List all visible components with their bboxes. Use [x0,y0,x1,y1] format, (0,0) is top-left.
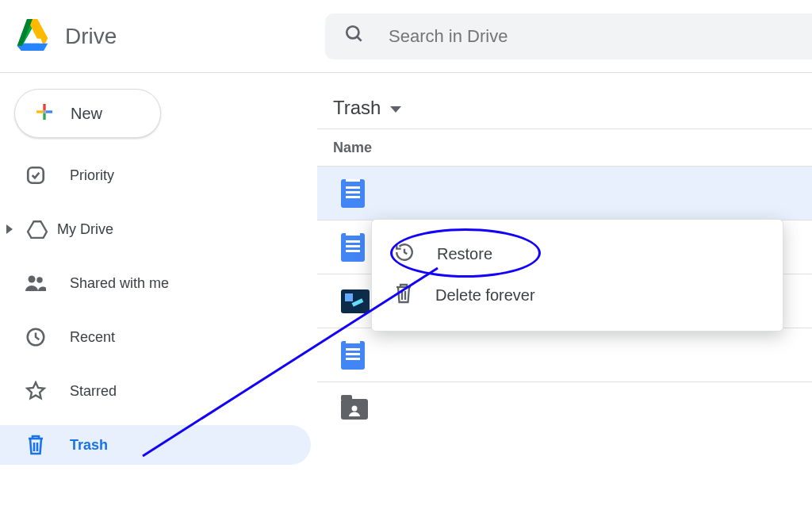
expand-triangle-icon[interactable] [6,224,13,234]
image-thumbnail-icon [341,289,370,313]
breadcrumb[interactable]: Trash [317,87,812,128]
file-row[interactable] [317,167,812,220]
sidebar-item-trash[interactable]: Trash [0,425,311,465]
file-row[interactable] [317,382,812,436]
nav-list: Priority My Drive Shared w [0,155,317,465]
file-row[interactable] [317,328,812,382]
trash-icon [24,434,48,456]
app-header: Drive [0,0,812,73]
check-square-icon [24,165,48,186]
plus-icon [33,100,56,128]
brand[interactable]: Drive [0,19,325,54]
people-icon [24,274,48,292]
drive-triangle-icon [25,220,49,239]
sidebar-item-label: My Drive [57,221,113,238]
svg-rect-5 [36,110,43,113]
sidebar-item-label: Recent [70,329,115,346]
chevron-down-icon[interactable] [390,106,401,113]
svg-point-9 [36,277,42,282]
new-button[interactable]: New [14,89,161,138]
context-menu-label: Delete forever [435,286,535,305]
search-input[interactable] [387,25,812,48]
svg-point-15 [352,406,358,412]
docs-file-icon [341,179,365,208]
sidebar-item-label: Trash [70,437,108,454]
search-bar[interactable] [325,13,812,59]
shared-folder-icon [341,399,368,420]
star-icon [24,381,48,401]
breadcrumb-title: Trash [333,97,381,119]
sidebar-item-label: Starred [70,383,117,400]
svg-rect-6 [43,110,45,113]
docs-file-icon [341,233,365,262]
docs-file-icon [341,341,365,370]
svg-rect-2 [43,104,45,110]
main-area: Trash Name pointers.jpg [317,73,812,506]
sidebar-item-my-drive[interactable]: My Drive [0,209,311,249]
column-header-name[interactable]: Name [317,128,812,167]
svg-point-0 [347,26,358,38]
sidebar-item-label: Priority [70,167,114,184]
svg-rect-4 [43,113,45,119]
trash-icon [394,282,413,309]
drive-logo-icon [14,19,51,54]
sidebar-item-recent[interactable]: Recent [0,317,311,357]
clock-icon [24,327,48,347]
brand-title: Drive [65,24,117,49]
annotation-ellipse [390,228,541,278]
context-menu-delete-forever[interactable]: Delete forever [372,274,783,316]
sidebar: New Priority My Drive [0,73,317,506]
search-icon [344,24,365,49]
svg-line-1 [357,36,361,40]
svg-rect-3 [46,110,52,113]
svg-point-8 [29,276,36,283]
new-button-label: New [71,105,102,123]
sidebar-item-starred[interactable]: Starred [0,371,311,411]
sidebar-item-label: Shared with me [70,275,169,292]
sidebar-item-shared[interactable]: Shared with me [0,263,311,303]
sidebar-item-priority[interactable]: Priority [0,155,311,195]
